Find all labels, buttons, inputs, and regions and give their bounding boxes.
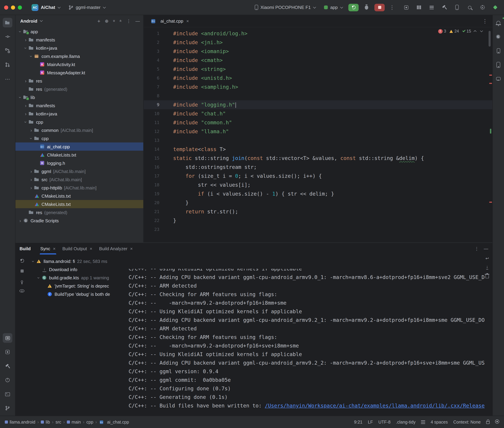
debug-button[interactable] — [362, 3, 371, 11]
breadcrumb-llama-android[interactable]: llama.android — [5, 420, 35, 424]
chevron-right-icon[interactable]: › — [28, 177, 34, 182]
line-number[interactable]: 5 — [144, 65, 160, 74]
chevron-down-icon[interactable]: › — [36, 275, 41, 280]
app-inspection-tool-button[interactable] — [3, 347, 12, 357]
build-tree-item-jvmtarget-string-is-deprec[interactable]: 'jvmTarget: String' is deprec — [28, 282, 125, 290]
add-icon[interactable]: + — [97, 18, 101, 24]
notifications-button[interactable] — [494, 18, 503, 27]
code-line-7[interactable]: 7#include <sampling.h> — [144, 82, 492, 91]
project-tree-item-lib[interactable]: ›lib — [16, 93, 143, 101]
breadcrumb-src[interactable]: src — [56, 420, 61, 424]
close-window-button[interactable] — [4, 5, 8, 9]
project-tree-item-ai-chat-cpp[interactable]: ai_chat.cpp — [16, 142, 143, 151]
code-line-21[interactable]: 21 return str.str(); — [144, 207, 492, 216]
logcat-tool-button[interactable] — [3, 333, 12, 343]
build-tree-item-build-gradle-kts[interactable]: ›build.gradle.ktsapp 1 warning — [28, 273, 125, 282]
line-number[interactable]: 11 — [144, 118, 160, 127]
highlight-level-widget[interactable] — [495, 420, 499, 425]
code-line-12[interactable]: 12#include "llama.h" — [144, 127, 492, 136]
line-number[interactable]: 18 — [144, 181, 160, 189]
chevron-down-icon[interactable]: › — [24, 45, 28, 51]
settings-gear-icon[interactable] — [479, 4, 486, 11]
code-line-17[interactable]: 17 for (size_t i = 0; i < values.size();… — [144, 172, 492, 181]
lock-widget[interactable] — [486, 419, 490, 425]
code-editor[interactable]: 1#include <android/log.h>2#include <jni.… — [144, 27, 492, 243]
rerun-sync-icon[interactable] — [20, 258, 24, 263]
line-number[interactable]: 16 — [144, 163, 160, 172]
clear-console-icon[interactable] — [486, 273, 489, 279]
stop-button[interactable] — [374, 4, 385, 11]
clang-tidy-widget[interactable]: .clang-tidy — [396, 420, 416, 424]
line-number[interactable]: 12 — [144, 127, 160, 136]
locate-file-icon[interactable]: ⊕ — [105, 18, 109, 24]
line-number[interactable]: 2 — [144, 38, 160, 47]
error-stripe-mark[interactable] — [489, 83, 492, 84]
code-line-13[interactable]: 13 — [144, 136, 492, 145]
hide-build-panel-icon[interactable]: — — [484, 246, 488, 251]
close-tab-icon[interactable]: × — [53, 246, 56, 251]
build-tree-item-download-info[interactable]: Download info — [28, 265, 125, 273]
line-number[interactable]: 21 — [144, 207, 160, 216]
todo-list-icon[interactable] — [428, 4, 435, 11]
editor-tab-ai-chat-cpp[interactable]: ai_chat.cpp × — [147, 15, 192, 27]
chevron-right-icon[interactable]: › — [28, 128, 34, 132]
project-tree-item-cpp[interactable]: ›cpp — [16, 118, 143, 126]
code-line-14[interactable]: 14template<class T> — [144, 145, 492, 154]
close-tab-icon[interactable]: × — [130, 246, 133, 251]
code-line-16[interactable]: 16 std::ostringstream str; — [144, 163, 492, 172]
assistant-button[interactable] — [494, 74, 503, 83]
pin-icon[interactable] — [21, 278, 23, 283]
close-tab-icon[interactable]: × — [90, 246, 92, 251]
line-number[interactable]: 20 — [144, 198, 160, 207]
more-run-actions-icon[interactable]: ⋮ — [388, 4, 396, 10]
previous-problem-icon[interactable] — [474, 30, 477, 33]
structure-tool-button[interactable] — [3, 46, 12, 56]
scroll-to-end-icon[interactable]: ↓ — [486, 265, 488, 269]
stop-sync-icon[interactable] — [20, 268, 24, 273]
line-separator[interactable]: LF — [368, 420, 373, 424]
code-line-15[interactable]: 15static std::string join(const std::vec… — [144, 154, 492, 163]
version-control-tool-button[interactable] — [3, 403, 12, 413]
project-tree-item-res[interactable]: ›res — [16, 77, 143, 85]
change-stripe-mark[interactable] — [490, 129, 491, 134]
gradle-tool-button[interactable] — [494, 32, 503, 41]
eye-filter-icon[interactable] — [19, 288, 24, 293]
project-tree-item-cmakelists-txt[interactable]: CMakeLists.txt — [16, 192, 143, 200]
collapse-all-icon[interactable]: « — [119, 20, 123, 22]
chevron-down-icon[interactable]: › — [24, 119, 28, 125]
build-tab-build-output[interactable]: Build Output× — [59, 243, 96, 255]
breadcrumb-ai-chat-cpp[interactable]: ai_chat.cpp — [99, 419, 129, 425]
chevron-down-icon[interactable]: › — [31, 258, 35, 264]
chevron-right-icon[interactable]: › — [23, 103, 28, 108]
breadcrumb-cpp[interactable]: cpp — [86, 420, 93, 424]
context-widget[interactable]: Context: None — [453, 420, 481, 424]
build-tree-item-buildtype-debug-is-both-de[interactable]: BuildType 'debug' is both de — [28, 290, 125, 298]
build-tool-window-label[interactable]: Build — [19, 246, 31, 251]
breadcrumb-main[interactable]: main — [67, 420, 81, 424]
chevron-down-icon[interactable]: › — [29, 136, 34, 141]
device-manager-button[interactable] — [494, 46, 503, 56]
pull-requests-tool-button[interactable] — [3, 60, 12, 70]
build-console[interactable]: C/C++: -- Using KleidiAI optimized kerne… — [125, 254, 492, 416]
chevron-down-icon[interactable]: › — [18, 29, 22, 34]
problems-tool-button[interactable] — [3, 375, 12, 385]
error-stripe-mark[interactable] — [489, 202, 492, 203]
line-number[interactable]: 6 — [144, 74, 160, 82]
project-tree-item-cpp[interactable]: ›cpp — [16, 134, 143, 142]
code-line-2[interactable]: 2#include <jni.h> — [144, 38, 492, 47]
chevron-right-icon[interactable]: › — [28, 185, 34, 190]
chevron-right-icon[interactable]: › — [28, 169, 34, 173]
line-number[interactable]: 13 — [144, 136, 160, 145]
indent-setting[interactable]: 4 spaces — [431, 420, 448, 424]
line-number[interactable]: 14 — [144, 145, 160, 154]
line-number[interactable]: 23 — [144, 225, 160, 234]
build-tool-button[interactable] — [3, 361, 12, 371]
close-tab-icon[interactable]: × — [186, 18, 189, 24]
run-config-selector[interactable]: app — [321, 3, 345, 11]
profiler-icon[interactable] — [416, 4, 422, 11]
project-tree-item-kotlin-java[interactable]: ›kotlin+java — [16, 110, 143, 118]
terminal-tool-button[interactable] — [3, 389, 12, 399]
run-button[interactable] — [348, 4, 359, 11]
chevron-right-icon[interactable]: › — [23, 79, 28, 83]
project-tree-item-mainactivity-kt[interactable]: MainActivity.kt — [16, 60, 143, 68]
